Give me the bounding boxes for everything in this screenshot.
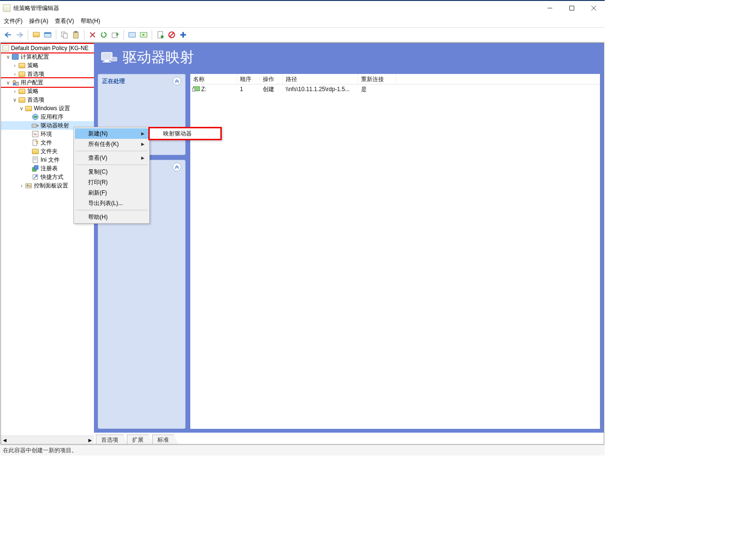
tab-std[interactable]: 标准 bbox=[152, 435, 178, 444]
cm-print[interactable]: 打印(R) bbox=[75, 177, 148, 187]
menu-action[interactable]: 操作(A) bbox=[29, 17, 48, 25]
tree-policies-1[interactable]: ›策略 bbox=[1, 61, 94, 70]
svg-point-16 bbox=[161, 35, 164, 38]
list-area: 名称 顺序 操作 路径 重新连接 Z: 1 创建 \\nfs\10.11.1.2… bbox=[190, 74, 600, 429]
svg-rect-25 bbox=[32, 124, 37, 127]
doc-button[interactable] bbox=[155, 30, 165, 40]
tab-prefs[interactable]: 首选项 bbox=[96, 435, 127, 444]
properties-button[interactable] bbox=[42, 30, 53, 40]
cm-refresh[interactable]: 刷新(F) bbox=[75, 187, 148, 198]
up-button[interactable] bbox=[31, 30, 41, 40]
cm-all-tasks[interactable]: 所有任务(K)▶ bbox=[75, 139, 148, 149]
tab-ext[interactable]: 扩展 bbox=[127, 435, 153, 444]
menu-help[interactable]: 帮助(H) bbox=[81, 17, 100, 25]
col-name[interactable]: 名称 bbox=[190, 74, 237, 84]
svg-line-18 bbox=[170, 33, 174, 37]
tree-prefs-2[interactable]: ∨首选项 bbox=[1, 95, 94, 104]
add-button[interactable] bbox=[178, 30, 188, 40]
tree-applications[interactable]: 应用程序 bbox=[1, 113, 94, 121]
svg-rect-23 bbox=[16, 82, 19, 85]
cm-map-drive[interactable]: 映射驱动器 bbox=[150, 128, 220, 139]
col-reconnect[interactable]: 重新连接 bbox=[358, 74, 396, 84]
svg-rect-42 bbox=[111, 57, 117, 61]
panel-collapse-button[interactable] bbox=[173, 77, 181, 85]
scroll-right-icon[interactable]: ► bbox=[87, 437, 93, 444]
svg-text:%: % bbox=[33, 132, 37, 136]
svg-rect-5 bbox=[44, 32, 51, 34]
tree-pane: Default Domain Policy [KG-NE ∨计算机配置 ›策略 … bbox=[1, 43, 94, 444]
tree-computer-config[interactable]: ∨计算机配置 bbox=[1, 52, 94, 61]
cm-export[interactable]: 导出列表(L)... bbox=[75, 198, 148, 208]
tree-policies-2[interactable]: ›策略 bbox=[1, 87, 94, 95]
main-area: Default Domain Policy [KG-NE ∨计算机配置 ›策略 … bbox=[0, 42, 604, 445]
stop-button[interactable] bbox=[166, 30, 177, 40]
list-header: 名称 顺序 操作 路径 重新连接 bbox=[190, 74, 600, 84]
drive-icon bbox=[193, 86, 200, 91]
tree-windows-settings[interactable]: ∨Windows 设置 bbox=[1, 104, 94, 113]
close-button[interactable] bbox=[583, 1, 605, 15]
status-text: 在此容器中创建一新的项目。 bbox=[3, 446, 77, 455]
svg-rect-29 bbox=[33, 140, 37, 145]
cm-help[interactable]: 帮助(H) bbox=[75, 212, 148, 222]
tree-root[interactable]: Default Domain Policy [KG-NE bbox=[1, 44, 94, 52]
maximize-button[interactable] bbox=[561, 1, 583, 15]
submenu-new: 映射驱动器 bbox=[148, 127, 222, 140]
svg-rect-9 bbox=[74, 31, 77, 33]
svg-rect-40 bbox=[104, 60, 109, 62]
run-button[interactable] bbox=[138, 30, 149, 40]
svg-rect-7 bbox=[63, 33, 67, 38]
app-icon bbox=[3, 4, 10, 12]
toolbar bbox=[0, 28, 605, 42]
svg-rect-41 bbox=[103, 62, 111, 62]
context-menu: 新建(N)▶ 映射驱动器 所有任务(K)▶ 查看(V)▶ 复制(C) 打印(R)… bbox=[73, 127, 150, 224]
menu-file[interactable]: 文件(F) bbox=[4, 17, 22, 25]
content-header: 驱动器映射 bbox=[94, 43, 604, 74]
cm-view[interactable]: 查看(V)▶ bbox=[75, 153, 148, 163]
list-row[interactable]: Z: 1 创建 \\nfs\10.11.1.25\rdp-1.5... 是 bbox=[190, 84, 600, 94]
content-pane: 驱动器映射 正在处理 bbox=[94, 43, 604, 444]
svg-rect-13 bbox=[129, 32, 135, 37]
export-button[interactable] bbox=[110, 30, 121, 40]
tree-prefs-1[interactable]: ›首选项 bbox=[1, 70, 94, 78]
tree-hscroll[interactable]: ◄ ► bbox=[1, 436, 94, 444]
svg-point-21 bbox=[13, 80, 16, 83]
copy-button[interactable] bbox=[59, 30, 70, 40]
col-order[interactable]: 顺序 bbox=[237, 74, 260, 84]
cm-copy[interactable]: 复制(C) bbox=[75, 166, 148, 177]
menu-view[interactable]: 查看(V) bbox=[55, 17, 74, 25]
window-title: 组策略管理编辑器 bbox=[13, 4, 539, 12]
svg-rect-1 bbox=[570, 6, 574, 10]
col-path[interactable]: 路径 bbox=[283, 74, 358, 84]
filter-button[interactable] bbox=[127, 30, 137, 40]
content-tabs: 首选项 扩展 标准 bbox=[94, 433, 604, 444]
paste-button[interactable] bbox=[71, 30, 81, 40]
titlebar: 组策略管理编辑器 bbox=[0, 1, 605, 15]
drive-map-icon bbox=[101, 51, 118, 65]
menubar: 文件(F) 操作(A) 查看(V) 帮助(H) bbox=[0, 15, 605, 28]
svg-rect-22 bbox=[13, 83, 16, 85]
back-button[interactable] bbox=[3, 30, 13, 40]
svg-rect-34 bbox=[34, 166, 38, 169]
panel-collapse-button-2[interactable] bbox=[173, 163, 181, 171]
forward-button[interactable] bbox=[14, 30, 25, 40]
refresh-button[interactable] bbox=[99, 30, 109, 40]
svg-rect-26 bbox=[37, 125, 39, 126]
panel-processing-title: 正在处理 bbox=[102, 77, 125, 85]
tree-user-config[interactable]: ∨用户配置 bbox=[1, 78, 94, 87]
svg-point-38 bbox=[30, 186, 31, 187]
delete-button[interactable] bbox=[87, 30, 98, 40]
col-action[interactable]: 操作 bbox=[260, 74, 283, 84]
svg-rect-39 bbox=[102, 52, 112, 60]
cm-new[interactable]: 新建(N)▶ 映射驱动器 bbox=[75, 128, 148, 139]
scroll-left-icon[interactable]: ◄ bbox=[2, 437, 8, 444]
minimize-button[interactable] bbox=[539, 1, 561, 15]
svg-point-37 bbox=[27, 185, 29, 187]
content-title: 驱动器映射 bbox=[123, 48, 194, 67]
statusbar: 在此容器中创建一新的项目。 bbox=[0, 445, 605, 456]
